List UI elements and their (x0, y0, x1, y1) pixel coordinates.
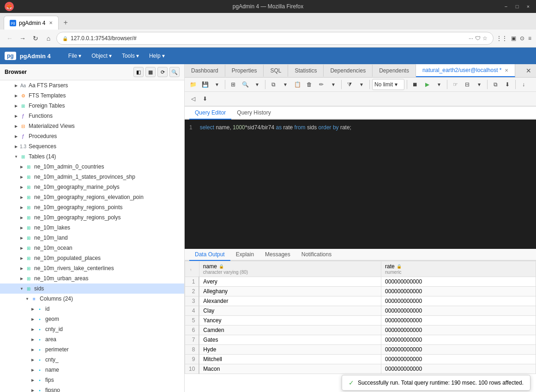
content-tab[interactable]: natural_earth2/user@localhost *✕ (416, 64, 515, 77)
table-row[interactable]: 10Macon000000000000 (185, 364, 536, 374)
menu-icon[interactable]: ≡ (528, 35, 531, 42)
tree-toggle-icon[interactable]: ▶ (18, 204, 25, 211)
tree-toggle-icon[interactable]: ▶ (30, 387, 36, 392)
copy-dropdown[interactable]: ▾ (280, 79, 291, 90)
tree-toggle-icon[interactable]: ▶ (30, 316, 36, 322)
tree-item[interactable]: ▶▪cnty_ (0, 355, 184, 365)
table-row[interactable]: 6Camden000000000000 (185, 326, 536, 335)
save-button[interactable]: 💾 (199, 79, 211, 90)
data-tab[interactable]: Explain (230, 249, 259, 261)
sidebar-content[interactable]: ▶AaAa FTS Parsers▶⚙FTS Templates▶⊞Foreig… (0, 80, 184, 392)
tree-item[interactable]: ▶▪fipsno (0, 385, 184, 392)
tree-item[interactable]: ▶ƒProcedures (0, 131, 184, 141)
paste-button[interactable]: 📋 (292, 79, 303, 90)
run-button[interactable]: ▶ (422, 79, 433, 90)
menu-help[interactable]: Help ▾ (145, 51, 169, 61)
tree-item[interactable]: ▶▪perimeter (0, 344, 184, 355)
tree-toggle-icon[interactable]: ▶ (18, 214, 25, 221)
search-button[interactable]: 🔍 (240, 79, 251, 90)
home-button[interactable]: ⌂ (43, 33, 54, 43)
tree-item[interactable]: ▶AaAa FTS Parsers (0, 80, 184, 90)
tree-toggle-icon[interactable]: ▶ (13, 133, 19, 139)
close-all-tabs-button[interactable]: ✕ (521, 64, 536, 77)
tree-item[interactable]: ▶ƒFunctions (0, 111, 184, 121)
search-dropdown[interactable]: ▾ (252, 79, 263, 90)
tree-item[interactable]: ▶⚙FTS Templates (0, 90, 184, 101)
minimize-button[interactable]: − (502, 2, 510, 11)
tree-item[interactable]: ▶▪name (0, 365, 184, 375)
content-tab[interactable]: SQL (264, 65, 288, 77)
edit-button[interactable]: ✏ (316, 79, 327, 90)
tree-item[interactable]: ▶▪cnty_id (0, 324, 184, 334)
window-close-button[interactable]: × (524, 2, 532, 11)
content-tab[interactable]: Dependents (373, 65, 416, 77)
tree-item[interactable]: ▶▪id (0, 304, 184, 314)
tree-item[interactable]: ▶⊟Materialized Views (0, 121, 184, 131)
tree-item[interactable]: ▶⊞ne_10m_admin_0_countries (0, 162, 184, 172)
menu-tools[interactable]: Tools ▾ (117, 51, 144, 61)
column-header[interactable]: rate🔒numeric (381, 261, 536, 277)
edit-dropdown[interactable]: ▾ (328, 79, 339, 90)
explain-button[interactable]: ☞ (450, 79, 461, 90)
tree-item[interactable]: ▶1.3Sequences (0, 141, 184, 151)
data-tab[interactable]: Notifications (296, 249, 337, 261)
tree-item[interactable]: ▶▪geom (0, 314, 184, 324)
column-header[interactable]: name🔒character varying (80) (199, 261, 381, 277)
tree-item[interactable]: ▶⊞ne_10m_rivers_lake_centerlines (0, 263, 184, 273)
commit-button[interactable]: ↓ (518, 79, 529, 90)
data-table-container[interactable]: ↑name🔒character varying (80)rate🔒numeric… (185, 261, 536, 392)
tree-item[interactable]: ▶▪area (0, 334, 184, 344)
table-row[interactable]: 3Alexander000000000000 (185, 296, 536, 306)
copy-rows-button[interactable]: ⧉ (490, 79, 501, 90)
tree-toggle-icon[interactable]: ▶ (30, 377, 36, 383)
sync-icon[interactable]: ⊙ (520, 35, 524, 42)
format-button[interactable]: ⬇ (199, 93, 211, 104)
delete-button[interactable]: 🗑 (304, 79, 315, 90)
grid-toggle-button[interactable]: ⊞ (228, 79, 239, 90)
tree-item[interactable]: ▶⊞Foreign Tables (0, 101, 184, 111)
sidebar-properties-button[interactable]: ◧ (133, 67, 144, 77)
tree-toggle-icon[interactable]: ▶ (18, 224, 25, 231)
back-button[interactable]: ← (5, 33, 15, 43)
tree-item[interactable]: ▶⊞ne_10m_geography_regions_points (0, 202, 184, 212)
tree-toggle-icon[interactable]: ▶ (30, 356, 36, 363)
query-history-button[interactable]: ◁ (187, 93, 199, 104)
tree-item[interactable]: ▼≡Columns (24) (0, 294, 184, 304)
container-icon[interactable]: ▣ (511, 35, 516, 42)
query-tab[interactable]: Query History (231, 107, 276, 120)
content-tab[interactable]: Dashboard (185, 65, 225, 77)
browser-tab[interactable]: pg pgAdmin 4 ✕ (4, 16, 59, 30)
sidebar-grid-button[interactable]: ▦ (145, 67, 156, 77)
copy-button[interactable]: ⧉ (268, 79, 279, 90)
tree-toggle-icon[interactable]: ▼ (13, 153, 19, 160)
table-row[interactable]: 9Mitchell000000000000 (185, 355, 536, 364)
url-bar[interactable]: 🔒 127.0.0.1:37543/browser/# ··· 🛡 ☆ (56, 32, 494, 45)
reload-button[interactable]: ↻ (30, 33, 41, 43)
tree-item[interactable]: ▶⊞ne_10m_ocean (0, 243, 184, 253)
new-tab-button[interactable]: + (60, 18, 70, 27)
table-row[interactable]: 1Avery000000000000 (185, 277, 536, 287)
tree-toggle-icon[interactable]: ▶ (13, 103, 19, 109)
url-options[interactable]: ··· (469, 35, 473, 42)
tree-toggle-icon[interactable]: ▶ (30, 306, 36, 312)
tree-toggle-icon[interactable]: ▶ (13, 143, 19, 150)
tree-toggle-icon[interactable]: ▶ (13, 113, 19, 119)
explain-grid-button[interactable]: ⊟ (462, 79, 473, 90)
tree-toggle-icon[interactable]: ▶ (18, 255, 25, 261)
tree-toggle-icon[interactable]: ▶ (13, 92, 19, 99)
filter-button[interactable]: ⧩ (344, 79, 355, 90)
tab-close-btn[interactable]: ✕ (505, 68, 508, 73)
tree-toggle-icon[interactable]: ▶ (13, 123, 19, 129)
tree-toggle-icon[interactable]: ▶ (18, 184, 25, 190)
table-row[interactable]: 4Clay000000000000 (185, 306, 536, 316)
tree-toggle-icon[interactable]: ▶ (13, 82, 19, 89)
tree-toggle-icon[interactable]: ▼ (18, 285, 25, 292)
tree-toggle-icon[interactable]: ▶ (18, 265, 25, 271)
save-dropdown[interactable]: ▾ (211, 79, 223, 90)
tree-toggle-icon[interactable]: ▶ (30, 367, 36, 373)
content-tab[interactable]: Statistics (288, 65, 324, 77)
sidebar-refresh-button[interactable]: ⟳ (157, 67, 168, 77)
run-dropdown[interactable]: ▾ (434, 79, 445, 90)
tree-item[interactable]: ▶⊞ne_10m_geography_regions_elevation_poi… (0, 192, 184, 202)
tree-item[interactable]: ▼⊞Tables (14) (0, 151, 184, 162)
